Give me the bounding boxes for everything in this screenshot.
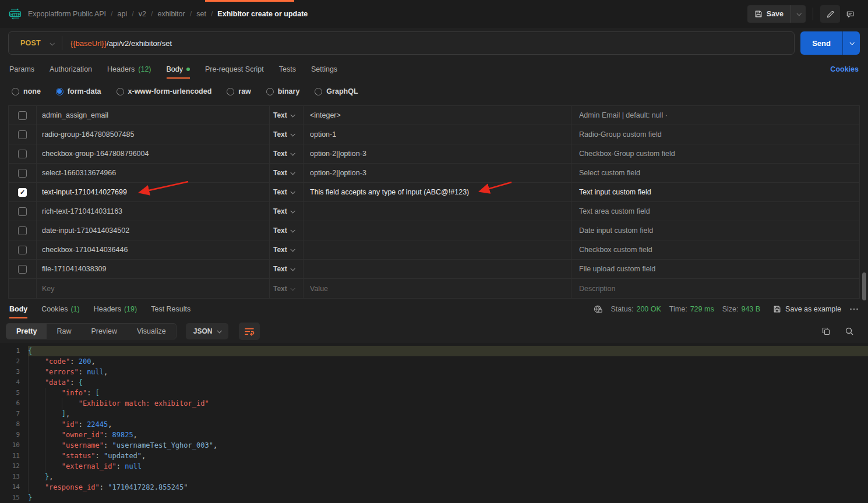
row-checkbox[interactable]: [18, 265, 27, 274]
view-pretty[interactable]: Pretty: [6, 324, 47, 339]
description-cell[interactable]: Select custom field: [571, 164, 859, 182]
key-cell[interactable]: Key: [37, 279, 270, 298]
description-cell[interactable]: Checkbox custom field: [571, 240, 859, 259]
key-cell[interactable]: radio-group-1647808507485: [37, 125, 270, 144]
body-mode-form-data[interactable]: form-data: [56, 87, 101, 95]
type-dropdown[interactable]: Text: [270, 106, 304, 125]
row-checkbox[interactable]: [18, 150, 27, 158]
value-cell[interactable]: <integer>: [304, 106, 571, 125]
type-dropdown[interactable]: Text: [270, 125, 304, 144]
comments-button[interactable]: [840, 5, 860, 23]
tab-authorization[interactable]: Authorization: [50, 58, 92, 80]
response-tab-test-results[interactable]: Test Results: [151, 299, 190, 320]
radio-button[interactable]: [227, 88, 234, 95]
save-button[interactable]: Save: [747, 5, 791, 23]
value-cell[interactable]: This field accepts any type of input (AB…: [304, 183, 571, 201]
copy-icon[interactable]: [821, 327, 831, 336]
breadcrumb-segment[interactable]: Expoplatform Public API: [28, 10, 106, 18]
tab-body[interactable]: Body: [167, 58, 190, 80]
method-selector-value[interactable]: POST: [9, 39, 50, 47]
radio-button[interactable]: [12, 88, 19, 95]
value-cell[interactable]: [304, 240, 571, 259]
edit-button[interactable]: [820, 5, 840, 23]
tab-settings[interactable]: Settings: [311, 58, 337, 80]
tab-tests[interactable]: Tests: [279, 58, 296, 80]
save-as-example-button[interactable]: Save as example: [773, 305, 841, 313]
body-mode-x-www-form-urlencoded[interactable]: x-www-form-urlencoded: [117, 87, 212, 95]
key-cell[interactable]: rich-text-1710414031163: [37, 202, 270, 221]
type-dropdown[interactable]: Text: [270, 202, 304, 221]
key-cell[interactable]: select-1660313674966: [37, 164, 270, 182]
row-checkbox[interactable]: [18, 130, 27, 139]
tab-headers[interactable]: Headers(12): [107, 58, 151, 80]
type-dropdown[interactable]: Text: [270, 183, 304, 201]
response-tab-cookies[interactable]: Cookies(1): [41, 299, 79, 320]
value-cell[interactable]: Value: [304, 279, 571, 298]
breadcrumb-segment[interactable]: set: [196, 10, 206, 18]
cookies-link[interactable]: Cookies: [830, 65, 859, 73]
body-mode-GraphQL[interactable]: GraphQL: [315, 87, 358, 95]
type-dropdown[interactable]: Text: [270, 221, 304, 240]
response-tab-body[interactable]: Body: [9, 299, 27, 320]
send-button[interactable]: Send: [800, 31, 842, 55]
globe-lock-icon[interactable]: [593, 304, 603, 314]
tab-params[interactable]: Params: [9, 58, 34, 80]
chevron-down-icon[interactable]: [50, 39, 54, 47]
description-cell[interactable]: Radio-Group custom field: [571, 125, 859, 144]
breadcrumb-segment[interactable]: exhibitor: [157, 10, 185, 18]
description-cell[interactable]: Date input custom field: [571, 221, 859, 240]
type-dropdown[interactable]: Text: [270, 240, 304, 259]
save-options-button[interactable]: [791, 5, 806, 23]
breadcrumb-segment[interactable]: api: [118, 10, 128, 18]
radio-button[interactable]: [117, 88, 124, 95]
radio-button[interactable]: [315, 88, 322, 95]
search-icon[interactable]: [845, 327, 854, 336]
row-checkbox[interactable]: [18, 169, 27, 178]
row-checkbox[interactable]: ✓: [18, 188, 27, 197]
row-checkbox[interactable]: [18, 226, 27, 235]
value-cell[interactable]: option-2||option-3: [304, 164, 571, 182]
value-cell[interactable]: [304, 202, 571, 221]
url-input[interactable]: {{baseUrl}}/api/v2/exhibitor/set: [70, 39, 172, 48]
description-cell[interactable]: Text area custom field: [571, 202, 859, 221]
send-options-button[interactable]: [842, 31, 860, 55]
key-cell[interactable]: checkbox-1710414036446: [37, 240, 270, 259]
row-checkbox[interactable]: [18, 111, 27, 120]
value-cell[interactable]: [304, 260, 571, 278]
description-cell[interactable]: File upload custom field: [571, 260, 859, 278]
type-dropdown[interactable]: Text: [270, 279, 304, 298]
key-cell[interactable]: admin_assign_email: [37, 106, 270, 125]
key-cell[interactable]: checkbox-group-1647808796004: [37, 144, 270, 163]
tab-pre-request-script[interactable]: Pre-request Script: [205, 58, 264, 80]
row-checkbox[interactable]: [18, 207, 27, 216]
value-cell[interactable]: [304, 221, 571, 240]
type-dropdown[interactable]: Text: [270, 144, 304, 163]
value-cell[interactable]: option-2||option-3: [304, 144, 571, 163]
view-preview[interactable]: Preview: [81, 324, 126, 339]
response-tab-headers[interactable]: Headers(19): [94, 299, 137, 320]
type-dropdown[interactable]: Text: [270, 260, 304, 278]
response-body-code[interactable]: 1{2 "code": 200,3 "errors": null,4 "data…: [0, 343, 868, 503]
description-cell[interactable]: Admin Email | default: null ·: [571, 106, 859, 125]
description-cell[interactable]: Text input custom field: [571, 183, 859, 201]
response-format-dropdown[interactable]: JSON: [186, 323, 229, 339]
row-checkbox[interactable]: [18, 246, 27, 254]
key-cell[interactable]: text-input-1710414027699: [37, 183, 270, 201]
key-cell[interactable]: date-input-1710414034502: [37, 221, 270, 240]
key-cell[interactable]: file-1710414038309: [37, 260, 270, 278]
view-visualize[interactable]: Visualize: [127, 324, 176, 339]
more-options-icon[interactable]: [849, 307, 859, 311]
table-scrollbar-thumb[interactable]: [862, 272, 866, 300]
value-cell[interactable]: option-1: [304, 125, 571, 144]
radio-button[interactable]: [56, 88, 63, 95]
body-mode-binary[interactable]: binary: [266, 87, 300, 95]
breadcrumb-segment[interactable]: v2: [139, 10, 146, 18]
radio-button[interactable]: [266, 88, 274, 95]
body-mode-raw[interactable]: raw: [227, 87, 251, 95]
type-dropdown[interactable]: Text: [270, 164, 304, 182]
wrap-lines-button[interactable]: [239, 323, 260, 340]
body-mode-none[interactable]: none: [12, 87, 41, 95]
view-raw[interactable]: Raw: [47, 324, 81, 339]
description-cell[interactable]: Description: [571, 279, 859, 298]
description-cell[interactable]: Checkbox-Group custom field: [571, 144, 859, 163]
